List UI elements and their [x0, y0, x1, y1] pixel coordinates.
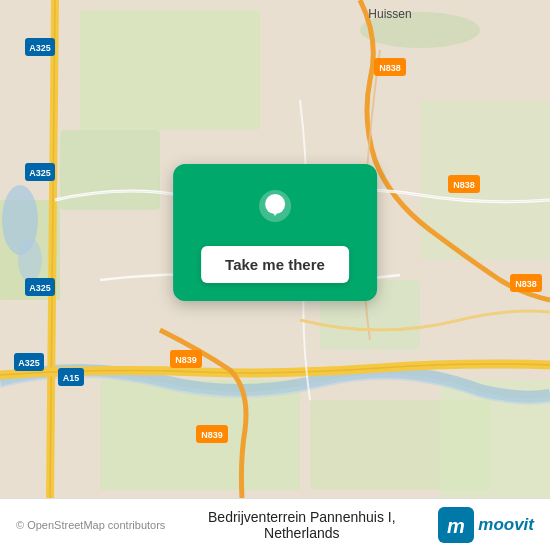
app: A325 A325 A325 A325 A15 N838 N838 N838 N…: [0, 0, 550, 550]
svg-text:N839: N839: [175, 355, 197, 365]
svg-text:A325: A325: [18, 358, 40, 368]
svg-point-11: [18, 238, 42, 282]
popup-card: Take me there: [173, 164, 377, 301]
svg-text:N839: N839: [201, 430, 223, 440]
svg-rect-2: [80, 10, 260, 130]
svg-text:A325: A325: [29, 43, 51, 53]
moovit-icon: m: [438, 507, 474, 543]
svg-rect-3: [60, 130, 160, 210]
svg-text:N838: N838: [515, 279, 537, 289]
moovit-text: moovit: [478, 515, 534, 535]
svg-text:m: m: [447, 515, 465, 537]
location-name: Bedrijventerrein Pannenhuis I, Netherlan…: [175, 509, 428, 541]
bottom-bar: © OpenStreetMap contributors Bedrijvente…: [0, 498, 550, 550]
location-pin-icon: [251, 184, 299, 232]
copyright-text: © OpenStreetMap contributors: [16, 519, 165, 531]
map-container: A325 A325 A325 A325 A15 N838 N838 N838 N…: [0, 0, 550, 498]
moovit-logo: m moovit: [438, 507, 534, 543]
svg-text:N838: N838: [379, 63, 401, 73]
svg-text:Huissen: Huissen: [368, 7, 411, 21]
svg-text:N838: N838: [453, 180, 475, 190]
svg-text:A325: A325: [29, 283, 51, 293]
svg-text:A15: A15: [63, 373, 80, 383]
take-me-there-button[interactable]: Take me there: [201, 246, 349, 283]
svg-text:A325: A325: [29, 168, 51, 178]
